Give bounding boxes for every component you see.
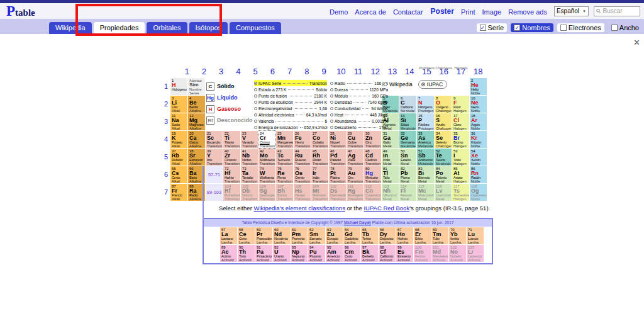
element-Os[interactable]: 76OsOsmioTransition — [294, 166, 311, 183]
radio-energia-de-ionizacion[interactable] — [254, 126, 257, 129]
element-Sr[interactable]: 38SrEstroncioAlkaline — [188, 149, 205, 166]
element-Rn[interactable]: 86RnRadónNoble — [470, 166, 487, 183]
element-Li[interactable]: 3LiLitioAlkali — [170, 96, 187, 113]
element-Db[interactable]: 105DbDubnioTransition — [241, 184, 258, 201]
element-O[interactable]: 8OOxígenoChalcogen — [435, 96, 452, 113]
element-Nh[interactable]: 113NhNihoniumMetal — [382, 184, 399, 201]
element-Pu[interactable]: 94PuPlutonioActinoid — [308, 245, 325, 262]
fblock-ref-89-103[interactable]: 89-103 — [206, 184, 223, 201]
element-Cd[interactable]: 48CdCadmioTransition — [364, 149, 381, 166]
element-Pt[interactable]: 78PtPlatinoTransition — [329, 166, 346, 183]
element-Be[interactable]: 4BeBerilioAlkaline — [188, 96, 205, 113]
element-Zr[interactable]: 40ZrCirconioTransition — [223, 149, 240, 166]
element-P[interactable]: 15PFósforoPnictogen — [417, 113, 434, 130]
element-No[interactable]: 102NoNobelioActinoid — [449, 245, 466, 262]
element-Ta[interactable]: 73TaTantalioTransition — [241, 166, 258, 183]
element-Hg[interactable]: 80HgMercurioTransition — [364, 166, 381, 183]
element-Nd[interactable]: 60NdNeodimioLantha. — [273, 227, 290, 244]
property-modulo[interactable]: Módulo160 GPa — [330, 93, 388, 99]
checkbox-nombres[interactable]: ✓ — [514, 25, 520, 31]
element-Pr[interactable]: 59PrPraseodimioLantha. — [255, 227, 272, 244]
element-Te[interactable]: 52TeTelurioMetaloide — [435, 149, 452, 166]
poster-link[interactable]: Poster — [431, 7, 454, 16]
radio-dureza[interactable] — [330, 88, 333, 91]
radio-abundancia[interactable] — [330, 120, 333, 123]
element-Eu[interactable]: 63EuEuropioLantha. — [326, 227, 343, 244]
tab-wikipedia[interactable]: Wikipedia — [49, 22, 92, 34]
element-Co[interactable]: 27CoCobaltoTransition — [311, 131, 328, 148]
radio-afinidad-electronica[interactable] — [254, 113, 257, 116]
nav-link-acerca-de[interactable]: Acerca de — [355, 8, 386, 16]
element-Es[interactable]: 99EsEinstenioActinoid — [396, 245, 413, 262]
element-Tc[interactable]: 43TcTecnecioTransition — [276, 149, 293, 166]
nav-link-contactar[interactable]: Contactar — [393, 8, 423, 16]
radio-punto-de-ebullicion[interactable] — [254, 101, 257, 104]
radio-descubierto[interactable] — [330, 126, 333, 129]
radio-estado-a-273-k[interactable] — [254, 88, 257, 91]
element-Md[interactable]: 101MdMendelevioActinoid — [431, 245, 448, 262]
element-Ne[interactable]: 10NeNeónNoble — [470, 96, 487, 113]
property-dureza[interactable]: Dureza1120 MPa — [330, 86, 388, 93]
element-Dy[interactable]: 66DyDisprosioLantha. — [379, 227, 396, 244]
element-Cf[interactable]: 98CfCalifornioActinoid — [379, 245, 396, 262]
element-Cu[interactable]: 29CuCobreTransition — [347, 131, 364, 148]
element-Br[interactable]: 35BrBromoHalogen — [452, 131, 469, 148]
element-Au[interactable]: 79AuOroTransition — [347, 166, 364, 183]
element-Gd[interactable]: 64GdGadolinioLantha. — [343, 227, 360, 244]
language-select[interactable]: Español ▼ — [554, 6, 589, 16]
element-Cl[interactable]: 17ClCloroHalogen — [452, 113, 469, 130]
element-Rh[interactable]: 45RhRodioTransition — [311, 149, 328, 166]
property-valencia[interactable]: Valencia6 — [254, 118, 327, 124]
ptable-logo[interactable]: Ptable — [6, 4, 35, 18]
toggle-ancho[interactable]: Ancho — [608, 23, 642, 32]
element-Tm[interactable]: 69TmTulioLantha. — [431, 227, 448, 244]
element-Ag[interactable]: 47AgPlataTransition — [347, 149, 364, 166]
property-abundancia[interactable]: Abundancia0,0015% — [330, 118, 388, 124]
element-Sn[interactable]: 50SnEstañoMetal — [399, 149, 416, 166]
element-I[interactable]: 53IYodoHalogen — [452, 149, 469, 166]
element-Kr[interactable]: 36KrKriptónNoble — [470, 131, 487, 148]
element-U[interactable]: 92UUranioActinoid — [273, 245, 290, 262]
element-In[interactable]: 49InIndioMetal — [382, 149, 399, 166]
element-Mn[interactable]: 25MnManganesoTransition — [276, 131, 293, 148]
radio-punto-de-fusion[interactable] — [254, 94, 257, 98]
property-radio[interactable]: Radio166 pm — [330, 80, 388, 86]
element-Am[interactable]: 95AmAmericioActinoid — [326, 245, 343, 262]
element-Mg[interactable]: 12MgMagnesioAlkaline — [188, 113, 205, 130]
nav-link-image[interactable]: Image — [482, 8, 502, 16]
element-Ca[interactable]: 20CaCalcioAlkaline — [188, 131, 205, 148]
element-La[interactable]: 57LaLantanoLantha. — [220, 227, 237, 244]
element-At[interactable]: 85AtAstatoHalogen — [452, 166, 469, 183]
element-Y[interactable]: 39YItrioTransition — [206, 149, 223, 166]
property-conductividad[interactable]: Conductividad94 W/mK — [330, 105, 388, 111]
element-Bk[interactable]: 97BkBerkelioActinoid — [361, 245, 378, 262]
element-Hf[interactable]: 72HfHafnioTransition — [223, 166, 240, 183]
checkbox-serie[interactable]: ✓ — [480, 25, 486, 31]
element-Fr[interactable]: 87FrFrancioAlkali — [170, 184, 187, 201]
element-V[interactable]: 23VVanadioTransition — [241, 131, 258, 148]
property-densidad[interactable]: Densidad7140 kg/m³ — [330, 99, 388, 105]
property-descubierto[interactable]: Descubierto1797 — [330, 124, 388, 130]
checkbox-ancho[interactable] — [611, 25, 618, 31]
element-W[interactable]: 74WWolframioTransition — [258, 166, 275, 183]
copyright-link-michael-dayah[interactable]: Michael Dayah — [344, 220, 371, 225]
nav-link-print[interactable]: Print — [461, 8, 475, 16]
tab-compuestos[interactable]: Compuestos — [230, 22, 281, 34]
element-Ce[interactable]: 58CeCerioLantha. — [238, 227, 255, 244]
element-Hs[interactable]: 108HsHassioTransition — [294, 184, 311, 201]
tab-propiedades[interactable]: Propiedades — [94, 22, 145, 34]
element-Mt[interactable]: 109MtMeitnerioTransition — [311, 184, 328, 201]
checkbox-electrones[interactable] — [560, 25, 567, 31]
element-Cs[interactable]: 55CsCesioAlkali — [170, 166, 187, 183]
element-Si[interactable]: 14SiSilicioMetaloide — [399, 113, 416, 130]
radio-densidad[interactable] — [330, 101, 333, 104]
element-Cm[interactable]: 96CmCurioActinoid — [343, 245, 360, 262]
element-Ir[interactable]: 77IrIridioTransition — [311, 166, 328, 183]
toggle-nombres[interactable]: ✓Nombres — [511, 23, 553, 32]
element-Zn[interactable]: 30ZnCincTransition — [364, 131, 381, 148]
search-input[interactable] — [603, 8, 638, 14]
element-Tb[interactable]: 65TbTerbioLantha. — [361, 227, 378, 244]
element-Ds[interactable]: 110DsDarmstadtioTransition — [329, 184, 346, 201]
element-Rg[interactable]: 111RgRoentgenioTransition — [347, 184, 364, 201]
radio-valencia[interactable] — [254, 120, 257, 123]
